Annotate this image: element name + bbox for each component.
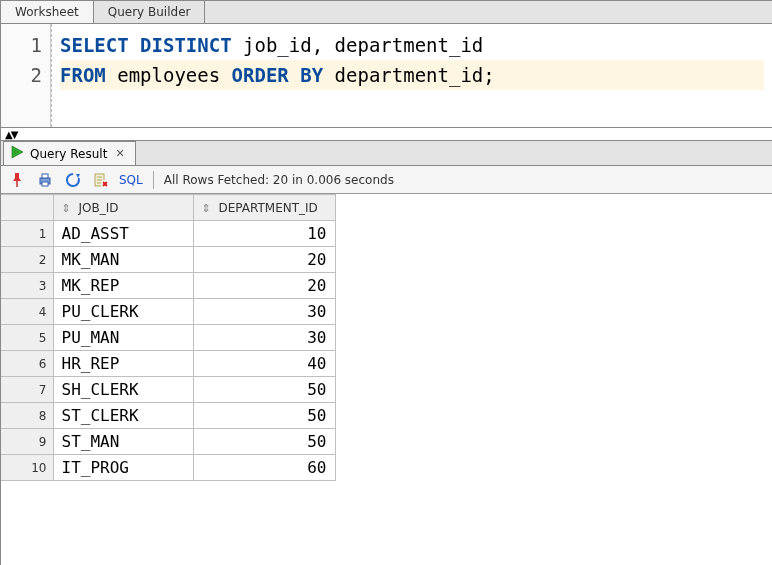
fetch-status: All Rows Fetched: 20 in 0.006 seconds bbox=[164, 173, 394, 187]
result-toolbar: SQL All Rows Fetched: 20 in 0.006 second… bbox=[1, 166, 772, 194]
table-row[interactable]: 9ST_MAN50 bbox=[1, 429, 335, 455]
code-line[interactable]: FROM employees ORDER BY department_id; bbox=[60, 60, 764, 90]
cell-department-id[interactable]: 30 bbox=[193, 325, 335, 351]
cell-department-id[interactable]: 50 bbox=[193, 377, 335, 403]
row-number-header bbox=[1, 195, 53, 221]
row-number: 1 bbox=[1, 221, 53, 247]
play-icon bbox=[10, 145, 24, 162]
sort-handle-icon: ⇕ bbox=[202, 202, 211, 215]
cell-department-id[interactable]: 40 bbox=[193, 351, 335, 377]
sql-keyword: DISTINCT bbox=[140, 34, 232, 56]
cell-department-id[interactable]: 10 bbox=[193, 221, 335, 247]
tab-query-builder[interactable]: Query Builder bbox=[94, 1, 206, 23]
tab-worksheet[interactable]: Worksheet bbox=[1, 1, 94, 23]
cell-job-id[interactable]: AD_ASST bbox=[53, 221, 193, 247]
cell-job-id[interactable]: PU_CLERK bbox=[53, 299, 193, 325]
cell-job-id[interactable]: IT_PROG bbox=[53, 455, 193, 481]
cell-job-id[interactable]: SH_CLERK bbox=[53, 377, 193, 403]
svg-rect-4 bbox=[42, 182, 48, 186]
sql-developer-panel: Worksheet Query Builder 1 2 SELECT DISTI… bbox=[0, 0, 772, 565]
code-area[interactable]: SELECT DISTINCT job_id, department_idFRO… bbox=[51, 24, 772, 127]
row-number: 8 bbox=[1, 403, 53, 429]
row-number: 10 bbox=[1, 455, 53, 481]
column-header-department-id[interactable]: ⇕ DEPARTMENT_ID bbox=[193, 195, 335, 221]
cell-department-id[interactable]: 60 bbox=[193, 455, 335, 481]
table-row[interactable]: 5PU_MAN30 bbox=[1, 325, 335, 351]
cell-job-id[interactable]: PU_MAN bbox=[53, 325, 193, 351]
sql-text bbox=[129, 34, 140, 56]
table-row[interactable]: 7SH_CLERK50 bbox=[1, 377, 335, 403]
sort-handle-icon: ⇕ bbox=[62, 202, 71, 215]
column-header-job-id[interactable]: ⇕ JOB_ID bbox=[53, 195, 193, 221]
sql-keyword: SELECT bbox=[60, 34, 129, 56]
cell-department-id[interactable]: 50 bbox=[193, 403, 335, 429]
cell-job-id[interactable]: ST_MAN bbox=[53, 429, 193, 455]
cell-department-id[interactable]: 30 bbox=[193, 299, 335, 325]
svg-marker-5 bbox=[76, 174, 80, 178]
cell-job-id[interactable]: ST_CLERK bbox=[53, 403, 193, 429]
refresh-icon[interactable] bbox=[63, 170, 83, 190]
lower-tabs: Query Result ✕ bbox=[1, 140, 772, 166]
delete-row-icon[interactable] bbox=[91, 170, 111, 190]
row-number: 7 bbox=[1, 377, 53, 403]
row-number: 5 bbox=[1, 325, 53, 351]
gutter-line-number: 1 bbox=[1, 30, 42, 60]
tab-query-result-label: Query Result bbox=[30, 147, 107, 161]
result-grid[interactable]: ⇕ JOB_ID ⇕ DEPARTMENT_ID 1AD_ASST102MK_M… bbox=[1, 194, 772, 565]
table-row[interactable]: 10IT_PROG60 bbox=[1, 455, 335, 481]
tab-query-result[interactable]: Query Result ✕ bbox=[3, 141, 136, 165]
table-row[interactable]: 2MK_MAN20 bbox=[1, 247, 335, 273]
column-label: JOB_ID bbox=[79, 201, 119, 215]
cell-job-id[interactable]: HR_REP bbox=[53, 351, 193, 377]
table-row[interactable]: 6HR_REP40 bbox=[1, 351, 335, 377]
svg-rect-1 bbox=[16, 181, 17, 187]
code-line[interactable]: SELECT DISTINCT job_id, department_id bbox=[60, 30, 764, 60]
cell-job-id[interactable]: MK_REP bbox=[53, 273, 193, 299]
sql-keyword: ORDER bbox=[232, 64, 289, 86]
cell-department-id[interactable]: 20 bbox=[193, 273, 335, 299]
row-number: 2 bbox=[1, 247, 53, 273]
column-label: DEPARTMENT_ID bbox=[219, 201, 318, 215]
cell-job-id[interactable]: MK_MAN bbox=[53, 247, 193, 273]
print-icon[interactable] bbox=[35, 170, 55, 190]
svg-rect-3 bbox=[42, 174, 48, 178]
sql-toggle[interactable]: SQL bbox=[119, 173, 143, 187]
sql-editor[interactable]: 1 2 SELECT DISTINCT job_id, department_i… bbox=[1, 24, 772, 128]
result-table: ⇕ JOB_ID ⇕ DEPARTMENT_ID 1AD_ASST102MK_M… bbox=[1, 194, 336, 481]
table-row[interactable]: 8ST_CLERK50 bbox=[1, 403, 335, 429]
table-row[interactable]: 3MK_REP20 bbox=[1, 273, 335, 299]
sql-keyword: BY bbox=[300, 64, 323, 86]
toolbar-separator bbox=[153, 171, 154, 189]
close-icon[interactable]: ✕ bbox=[113, 147, 126, 160]
cell-department-id[interactable]: 20 bbox=[193, 247, 335, 273]
editor-gutter: 1 2 bbox=[1, 24, 51, 127]
table-row[interactable]: 1AD_ASST10 bbox=[1, 221, 335, 247]
row-number: 6 bbox=[1, 351, 53, 377]
row-number: 4 bbox=[1, 299, 53, 325]
table-row[interactable]: 4PU_CLERK30 bbox=[1, 299, 335, 325]
svg-marker-0 bbox=[12, 146, 23, 158]
gutter-line-number: 2 bbox=[1, 60, 42, 90]
sql-text: department_id; bbox=[323, 64, 495, 86]
sql-text: job_id, department_id bbox=[232, 34, 484, 56]
sql-text bbox=[289, 64, 300, 86]
pin-icon[interactable] bbox=[7, 170, 27, 190]
splitter-handle[interactable]: ▲▼ bbox=[1, 128, 772, 140]
sql-keyword: FROM bbox=[60, 64, 106, 86]
row-number: 3 bbox=[1, 273, 53, 299]
sql-text: employees bbox=[106, 64, 232, 86]
row-number: 9 bbox=[1, 429, 53, 455]
upper-tabs: Worksheet Query Builder bbox=[1, 0, 772, 24]
cell-department-id[interactable]: 50 bbox=[193, 429, 335, 455]
